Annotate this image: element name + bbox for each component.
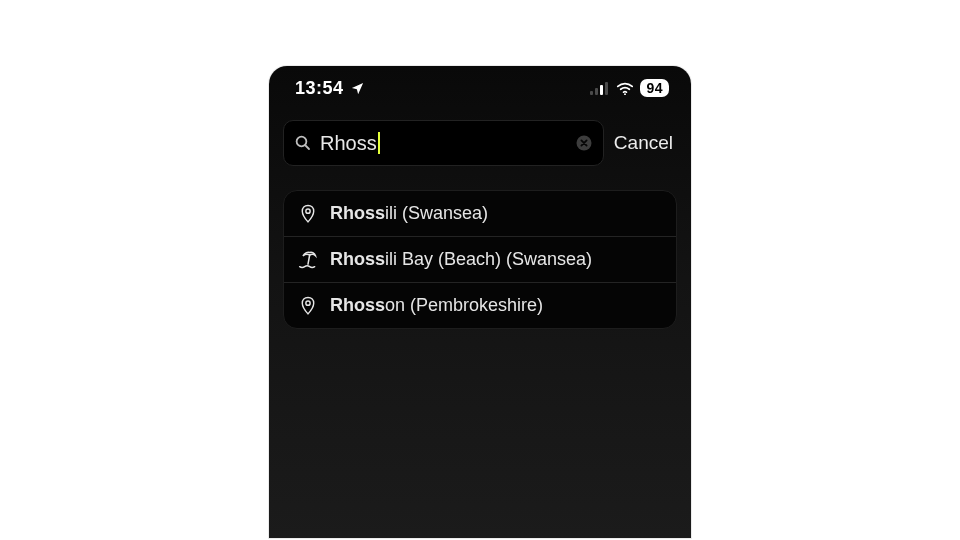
svg-line-9 — [308, 255, 310, 264]
svg-rect-3 — [605, 82, 608, 95]
status-bar: 13:54 — [269, 66, 691, 104]
cellular-icon — [590, 82, 610, 95]
status-bar-left: 13:54 — [295, 78, 365, 99]
location-arrow-icon — [350, 81, 365, 96]
map-pin-icon — [298, 204, 318, 224]
svg-point-10 — [306, 301, 310, 305]
search-input[interactable]: Rhoss — [320, 132, 567, 155]
status-bar-right: 94 — [590, 79, 669, 97]
battery-badge: 94 — [640, 79, 669, 97]
result-label: Rhosson (Pembrokeshire) — [330, 295, 543, 316]
beach-icon — [298, 250, 318, 270]
search-result[interactable]: Rhosson (Pembrokeshire) — [284, 283, 676, 328]
search-query-text: Rhoss — [320, 132, 377, 155]
map-pin-icon — [298, 296, 318, 316]
search-field[interactable]: Rhoss — [283, 120, 604, 166]
svg-point-4 — [624, 93, 626, 95]
result-label: Rhossili (Swansea) — [330, 203, 488, 224]
svg-point-8 — [306, 209, 310, 213]
result-label: Rhossili Bay (Beach) (Swansea) — [330, 249, 592, 270]
svg-rect-2 — [600, 85, 603, 95]
search-icon — [294, 134, 312, 152]
search-result[interactable]: Rhossili (Swansea) — [284, 191, 676, 237]
svg-rect-0 — [590, 91, 593, 95]
svg-rect-1 — [595, 88, 598, 95]
clock: 13:54 — [295, 78, 344, 99]
search-row: Rhoss Cancel — [269, 104, 691, 180]
text-caret — [378, 132, 380, 154]
wifi-icon — [616, 82, 634, 95]
search-result[interactable]: Rhossili Bay (Beach) (Swansea) — [284, 237, 676, 283]
phone-screen: 13:54 — [269, 66, 691, 538]
svg-line-6 — [305, 145, 309, 149]
cancel-button[interactable]: Cancel — [614, 132, 677, 154]
clear-search-button[interactable] — [575, 134, 593, 152]
search-results: Rhossili (Swansea) Rhossili Bay (Beach) … — [283, 190, 677, 329]
